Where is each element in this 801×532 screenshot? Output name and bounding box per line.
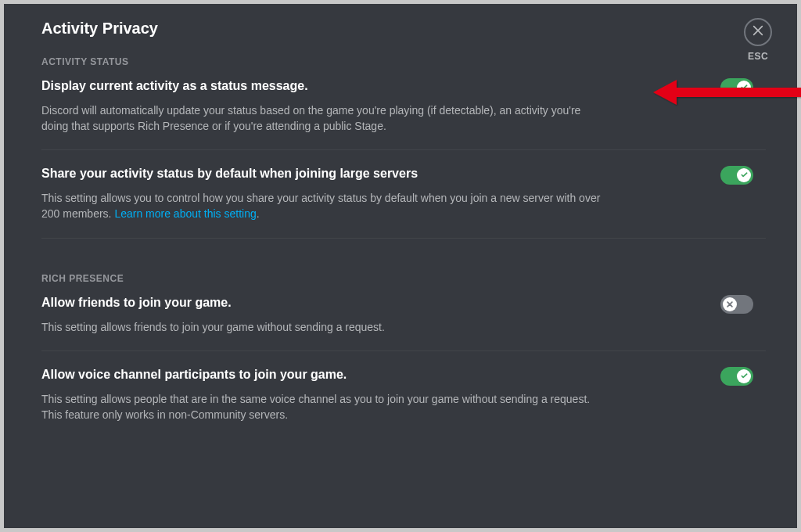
check-icon: [740, 369, 749, 383]
check-icon: [740, 168, 749, 182]
toggle-knob: [737, 81, 751, 95]
toggle-knob: [737, 369, 751, 383]
setting-allow-voice-join: Allow voice channel participants to join…: [41, 367, 766, 438]
setting-display-activity: Display current activity as a status mes…: [41, 78, 766, 150]
setting-allow-friends-join: Allow friends to join your game. This se…: [41, 295, 766, 351]
close-icon: [752, 24, 764, 40]
toggle-knob: [723, 297, 737, 311]
page-title: Activity Privacy: [41, 20, 766, 38]
x-icon: [726, 297, 734, 311]
close-button[interactable]: [744, 18, 772, 46]
setting-title: Allow friends to join your game.: [41, 295, 703, 311]
close-group: ESC: [744, 18, 772, 62]
toggle-display-activity[interactable]: [720, 78, 753, 97]
section-header-rich-presence: RICH PRESENCE: [41, 273, 766, 284]
setting-desc: This setting allows friends to join your…: [41, 319, 605, 335]
setting-desc: This setting allows you to control how y…: [41, 190, 605, 222]
toggle-allow-friends-join[interactable]: [720, 295, 753, 314]
setting-title: Display current activity as a status mes…: [41, 78, 703, 95]
setting-desc: This setting allows people that are in t…: [41, 391, 605, 423]
settings-panel: Activity Privacy ESC ACTIVITY STATUS Dis…: [4, 4, 797, 528]
check-icon: [740, 81, 749, 95]
setting-title: Share your activity status by default wh…: [41, 166, 703, 182]
section-header-activity-status: ACTIVITY STATUS: [41, 56, 766, 67]
toggle-allow-voice-join[interactable]: [720, 367, 753, 386]
toggle-share-activity-large[interactable]: [720, 166, 753, 185]
setting-share-activity-large-servers: Share your activity status by default wh…: [41, 166, 766, 238]
setting-desc: Discord will automatically update your s…: [41, 102, 605, 135]
toggle-knob: [737, 168, 751, 182]
setting-desc-text: .: [257, 207, 260, 220]
setting-title: Allow voice channel participants to join…: [41, 367, 703, 383]
learn-more-link[interactable]: Learn more about this setting: [114, 207, 256, 220]
esc-label: ESC: [748, 51, 768, 62]
